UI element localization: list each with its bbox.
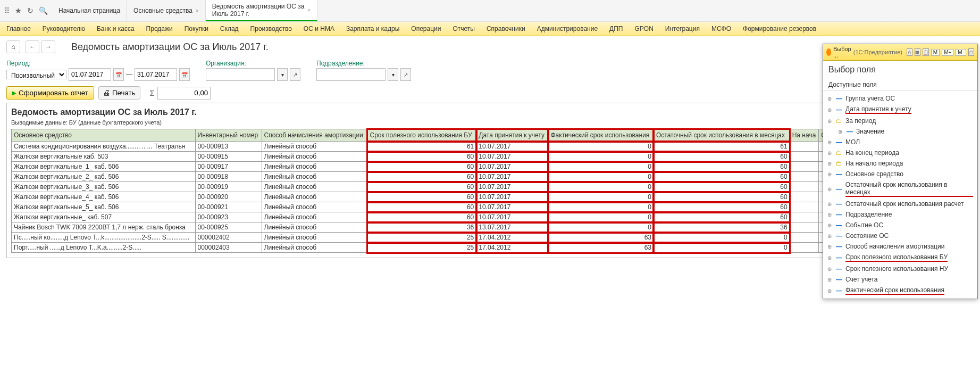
popup-section: Доступные поля (823, 79, 977, 91)
search-icon[interactable]: 🔍 (39, 6, 48, 15)
win-icon[interactable]: ▦ (915, 48, 920, 56)
expand-icon[interactable]: ⊕ (827, 201, 833, 207)
menu-item[interactable]: Покупки (185, 25, 208, 32)
table-row[interactable]: Жалюзи вертикальные_3_ каб. 50600-000919… (12, 182, 847, 192)
menu-item[interactable]: Главное (6, 25, 31, 32)
tree-item[interactable]: ⊕—Событие ОС (826, 220, 974, 230)
forward-button[interactable]: → (41, 40, 55, 53)
expand-icon[interactable]: ⊕ (827, 161, 833, 167)
run-report-button[interactable]: Сформировать отчет (6, 86, 94, 100)
menu-item[interactable]: ОС и НМА (304, 25, 334, 32)
win-icon[interactable]: ⎙ (907, 48, 912, 56)
table-row[interactable]: Жалюзи вертикальные_5_ каб. 50600-000921… (12, 202, 847, 212)
dept-input[interactable] (316, 68, 386, 81)
tree-item[interactable]: ⊕—Основное средство (826, 169, 974, 179)
menu-item[interactable]: Администрирование (537, 25, 598, 32)
period-mode-select[interactable]: Произвольный (6, 70, 66, 79)
home-button[interactable]: ⌂ (6, 40, 20, 53)
table-row[interactable]: Система кондиционирования воздуха.......… (12, 142, 847, 152)
expand-icon[interactable]: ⊕ (827, 255, 833, 259)
table-row[interactable]: Жалюзи вертикальные_1_ каб. 50600-000917… (12, 162, 847, 172)
tree-item[interactable]: ⊕—Остаточный срок использования в месяца… (826, 179, 974, 199)
expand-icon[interactable]: ⊕ (827, 139, 833, 145)
close-button[interactable]: ▢ (968, 48, 974, 56)
expand-icon[interactable]: ⊕ (827, 96, 833, 102)
tree-item[interactable]: ⊕—Способ начисления амортизации (826, 241, 974, 252)
win-icon[interactable]: 📋 (923, 48, 929, 56)
tree-item[interactable]: ⊕—Подразделение (826, 209, 974, 220)
table-row[interactable]: Пс.....ный ко........д Lenovo T...k.....… (12, 233, 847, 243)
m-minus-button[interactable]: M- (956, 49, 966, 56)
org-input[interactable] (206, 68, 275, 81)
table-row[interactable]: Порт.....ный ......д Lenovo T...K.a.....… (12, 243, 847, 253)
expand-icon[interactable]: ⊕ (827, 107, 833, 113)
page-title: Ведомость амортизации ОС за Июль 2017 г. (71, 42, 269, 53)
tree-item[interactable]: ⊕—Остаточный срок использования расчет (826, 199, 974, 209)
close-icon[interactable]: × (307, 7, 311, 13)
menu-item[interactable]: Склад (220, 25, 239, 32)
expand-icon[interactable]: ⊕ (827, 150, 833, 156)
dept-label: Подразделение: (316, 60, 411, 67)
dropdown-icon[interactable]: ▾ (277, 68, 288, 81)
tree-item[interactable]: ⊕🗀На конец периода (826, 147, 974, 158)
calendar-icon[interactable]: 📅 (179, 68, 190, 81)
field-icon: — (835, 254, 843, 258)
menu-item[interactable]: Производство (250, 25, 292, 32)
tree-item[interactable]: ⊕🗀На начало периода (826, 158, 974, 169)
table-row[interactable]: Жалюзи вертикальные_2_ каб. 50600-000918… (12, 172, 847, 182)
expand-icon[interactable]: ⊕ (827, 244, 833, 250)
back-button[interactable]: ← (26, 40, 39, 53)
menu-item[interactable]: Руководителю (43, 25, 85, 32)
open-icon[interactable]: ↗ (400, 68, 411, 81)
expand-icon[interactable]: ⊕ (827, 118, 833, 124)
expand-icon[interactable]: ⊕ (827, 233, 833, 239)
expand-icon[interactable]: ⊕ (827, 171, 833, 177)
menu-item[interactable]: Формирование резервов (743, 25, 816, 32)
folder-icon: 🗀 (835, 160, 843, 167)
menu-item[interactable]: Банк и касса (97, 25, 135, 32)
history-icon[interactable]: ↻ (27, 6, 33, 15)
expand-icon[interactable]: ⊕ (838, 129, 843, 135)
tab-report[interactable]: Ведомость амортизации ОС заИюль 2017 г. … (206, 0, 317, 21)
tree-item[interactable]: ⊕—МОЛ (826, 137, 974, 147)
dropdown-icon[interactable]: ▾ (388, 68, 398, 81)
star-icon[interactable]: ★ (15, 6, 22, 15)
tree-item[interactable]: ⊕—Дата принятия к учету (826, 104, 974, 115)
table-row[interactable]: Жалюзи вертикальные_ каб. 50700-000923Ли… (12, 212, 847, 222)
menu-item[interactable]: МСФО (711, 25, 731, 32)
expand-icon[interactable]: ⊕ (827, 212, 833, 218)
m-button[interactable]: M (931, 49, 940, 56)
menu-item[interactable]: Зарплата и кадры (346, 25, 399, 32)
close-icon[interactable]: × (196, 8, 199, 14)
report-area: Ведомость амортизации ОС за Июль 2017 г.… (6, 103, 851, 258)
menu-item[interactable]: Продажи (146, 25, 173, 32)
table-row[interactable]: Жалюзи вертикальные каб. 50300-000915Лин… (12, 152, 847, 162)
print-button[interactable]: 🖨 Печать (98, 86, 140, 100)
apps-icon[interactable]: ⠿ (4, 6, 10, 15)
tree-item[interactable]: ⊕—Срок полезного использования БУ (826, 252, 974, 258)
expand-icon[interactable]: ⊕ (827, 186, 833, 192)
menu-item[interactable]: Операции (411, 25, 441, 32)
tab-assets[interactable]: Основные средства× (127, 0, 206, 21)
table-row[interactable]: Жалюзи вертикальные_4_ каб. 50600-000920… (12, 192, 847, 202)
tree-item[interactable]: ⊕—Значение (826, 126, 974, 137)
m-plus-button[interactable]: M+ (942, 49, 953, 56)
report-title: Ведомость амортизации ОС за Июль 2017 г. (11, 108, 847, 117)
date-to-input[interactable] (135, 68, 177, 81)
tree-item[interactable]: ⊕—Группа учета ОС (826, 93, 974, 104)
open-icon[interactable]: ↗ (290, 68, 300, 81)
tree-item[interactable]: ⊕—Состояние ОС (826, 230, 974, 241)
tree-item[interactable]: ⊕🗀За период (826, 115, 974, 126)
date-from-input[interactable] (69, 68, 111, 81)
menu-item[interactable]: Интеграция (665, 25, 700, 32)
tab-home[interactable]: Начальная страница (52, 0, 127, 21)
menu-item[interactable]: Справочники (487, 25, 525, 32)
column-header: Срок полезного использования БУ (367, 129, 476, 142)
menu-item[interactable]: Отчеты (453, 25, 474, 32)
table-row[interactable]: Чайник Bosch TWK 7809 2200ВТ 1,7 л нерж.… (12, 222, 847, 233)
sum-input[interactable] (157, 87, 211, 100)
menu-item[interactable]: ДПП (609, 25, 623, 32)
calendar-icon[interactable]: 📅 (113, 68, 124, 81)
expand-icon[interactable]: ⊕ (827, 222, 833, 228)
menu-item[interactable]: GPON (634, 25, 653, 32)
